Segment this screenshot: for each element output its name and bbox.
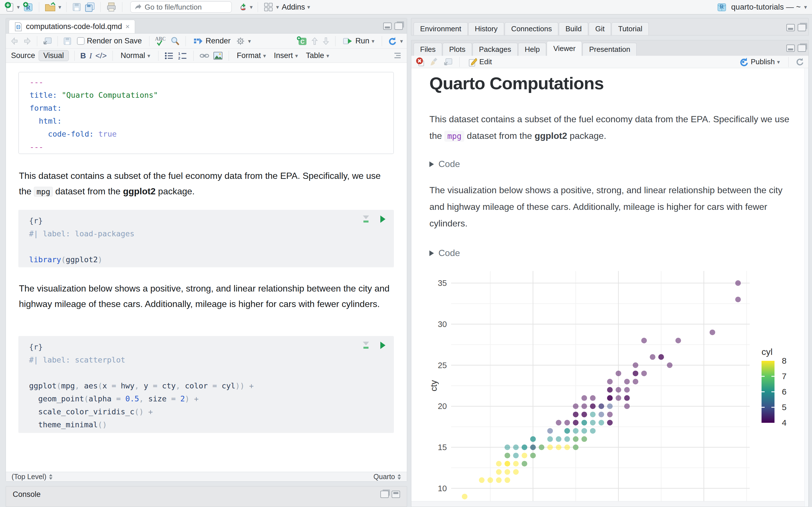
maximize-pane-icon[interactable] [798,24,806,31]
source-refresh-icon[interactable] [387,36,397,46]
new-file-caret[interactable]: ▾ [17,4,20,10]
render-settings-caret[interactable]: ▾ [248,38,251,44]
pane-tab-tutorial[interactable]: Tutorial [612,22,649,35]
new-file-icon[interactable] [4,2,15,12]
pane-tab-build[interactable]: Build [559,22,588,35]
pane-tab-git[interactable]: Git [589,22,611,35]
viewer-scrollbar[interactable] [804,68,808,507]
visual-mode-button[interactable]: Visual [39,50,69,61]
editor-paragraph-2[interactable]: The visualization below shows a positive… [19,281,396,312]
yaml-metadata-block[interactable]: ---title: "Quarto Computations"format: h… [18,72,394,154]
render-on-save-checkbox[interactable] [77,37,85,45]
render-on-save-toggle[interactable]: Render on Save [75,36,144,47]
project-menu[interactable]: R quarto-tutorials — ~ ▾ [716,0,807,14]
minimize-pane-icon[interactable] [383,22,392,30]
pane-tab-files[interactable]: Files [414,43,442,56]
addins-menu[interactable]: Addins ▾ [282,3,310,11]
run-chunk-icon[interactable] [379,215,387,223]
source-mode-button[interactable]: Source [11,51,35,60]
pane-tab-history[interactable]: History [468,22,504,35]
file-type-selector[interactable]: Quarto [373,473,401,481]
go-prev-section-icon[interactable] [310,37,319,46]
image-icon[interactable] [213,51,223,60]
new-project-icon[interactable]: R [22,1,34,13]
source-refresh-caret[interactable]: ▾ [400,38,403,44]
forward-icon[interactable] [22,37,32,45]
code-chunk-load-packages[interactable]: {r}#| label: load-packages library(ggplo… [18,210,394,267]
bold-button[interactable]: B [80,51,86,60]
render-button[interactable]: Render [191,36,233,47]
viewer-paragraph-1: This dataset contains a subset of the fu… [429,111,794,145]
print-icon[interactable] [106,2,117,12]
maximize-pane-icon[interactable] [798,45,806,52]
viewer-content[interactable]: Quarto Computations This dataset contain… [411,68,809,507]
outline-toggle-icon[interactable] [392,52,402,60]
pane-tab-viewer[interactable]: Viewer [547,41,582,56]
code-format-button[interactable]: </> [95,51,107,60]
code-fold-2[interactable]: Code [429,248,460,258]
files-tabstrip: FilesPlotsPackagesHelpViewerPresentation [411,40,809,56]
refresh-viewer-icon[interactable] [795,57,804,67]
italic-button[interactable]: I [89,51,92,60]
tab-close-icon[interactable]: × [125,22,130,31]
minimize-pane-icon[interactable] [786,24,795,31]
outline-scope-selector[interactable]: (Top Level) [11,473,53,481]
data-point [496,477,502,483]
bullet-list-icon[interactable] [164,52,174,60]
save-icon[interactable] [71,2,82,12]
save-all-icon[interactable] [84,2,95,12]
paragraph-style-select[interactable]: Normal ▾ [118,50,153,61]
restore-pane-icon[interactable] [380,491,389,498]
back-icon[interactable] [10,37,19,45]
data-point [633,362,638,368]
editor-tab[interactable]: computations-code-fold.qmd × [9,20,135,33]
run-chunks-above-icon[interactable] [361,214,371,224]
format-menu[interactable]: Format▾ [235,50,268,61]
pane-tab-connections[interactable]: Connections [505,22,559,35]
link-icon[interactable] [199,51,209,60]
table-menu[interactable]: Table▾ [304,50,332,61]
clear-viewer-broom-icon[interactable] [429,57,439,67]
pane-tab-environment[interactable]: Environment [414,22,468,35]
maximize-pane-icon[interactable] [395,22,403,30]
console-tab[interactable]: Console [13,490,41,499]
version-control-icon[interactable]: G [238,1,248,13]
save-doc-icon[interactable] [63,37,72,46]
insert-menu[interactable]: Insert▾ [271,50,300,61]
numbered-list-icon[interactable]: 12 [177,52,188,60]
stop-icon[interactable] [415,57,425,67]
panes-layout-caret[interactable]: ▾ [276,4,279,10]
open-file-icon[interactable] [44,2,56,12]
spellcheck-icon[interactable]: ABC [154,36,167,47]
pane-tab-plots[interactable]: Plots [443,43,472,56]
code-line: {r} [29,341,394,353]
open-recent-caret[interactable]: ▾ [58,4,61,10]
goto-input[interactable] [145,3,223,11]
pane-tab-packages[interactable]: Packages [472,43,518,56]
code-fold-1[interactable]: Code [429,159,460,169]
find-replace-icon[interactable] [170,36,181,47]
pane-tab-presentation[interactable]: Presentation [582,43,637,56]
run-chunk-icon[interactable] [379,341,387,349]
data-point [624,403,630,409]
minimize-pane-icon[interactable] [786,45,795,52]
editor-content[interactable]: ---title: "Quarto Computations"format: h… [6,63,407,472]
insert-chunk-icon[interactable]: C [296,36,308,46]
run-button[interactable]: Run ▾ [341,36,377,47]
pane-tab-help[interactable]: Help [518,43,546,56]
popout-viewer-icon[interactable] [443,57,453,66]
data-point [667,362,672,368]
data-point [599,420,604,426]
editor-paragraph-1[interactable]: This dataset contains a subset of the fu… [19,168,396,200]
maximize-pane-icon[interactable] [392,491,400,498]
code-chunk-scatterplot[interactable]: {r}#| label: scatterplot ggplot(mpg, aes… [18,336,394,433]
publish-button[interactable]: Publish ▾ [736,56,782,68]
go-next-section-icon[interactable] [322,37,330,46]
run-chunks-above-icon[interactable] [361,341,371,350]
edit-button[interactable]: Edit [466,56,494,68]
render-settings-gear-icon[interactable] [236,36,245,46]
panes-layout-icon[interactable] [263,2,274,12]
render-on-save-label: Render on Save [87,37,142,45]
version-control-caret[interactable]: ▾ [250,4,253,10]
popout-window-icon[interactable] [42,37,52,46]
